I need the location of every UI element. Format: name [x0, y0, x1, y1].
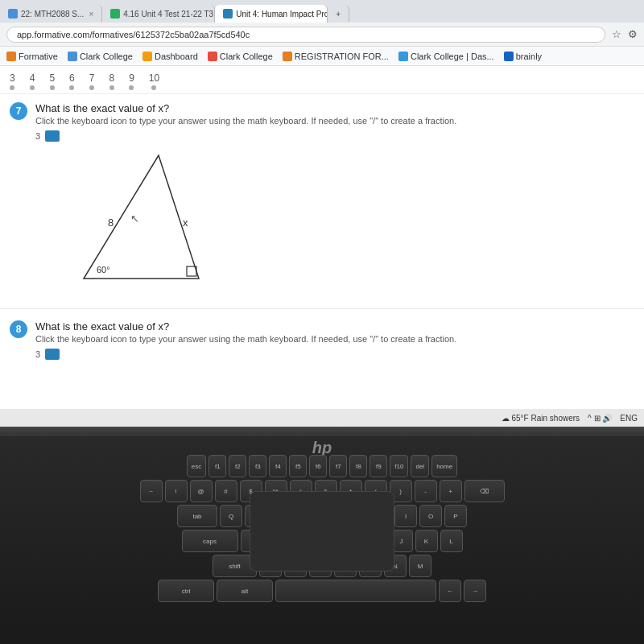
divider-q7-q8 — [0, 308, 644, 309]
question-8-block: 8 What is the exact value of x? Click th… — [0, 312, 644, 369]
question-numbers-row: 3 4 5 6 7 8 9 — [0, 66, 644, 94]
tab-unit4-human[interactable]: Unit 4: Human Impact Project Pa... × — [215, 5, 328, 23]
key-q[interactable]: Q — [220, 505, 242, 527]
q7-sublabel-row: 3 — [35, 130, 634, 142]
bookmark-formative[interactable]: Formative — [6, 52, 58, 61]
keyboard-row-bottom: ctrl alt ← → — [8, 580, 636, 602]
bookmarks-bar: Formative Clark College Dashboard Clark … — [0, 47, 644, 66]
laptop-hinge — [0, 427, 644, 436]
q-dot-10 — [151, 85, 156, 90]
bookmark-dashboard[interactable]: Dashboard — [142, 52, 198, 61]
weather-status: ☁ 65°F Rain showers — [502, 414, 580, 423]
extensions-icon[interactable]: ⚙ — [628, 28, 638, 40]
key-f5[interactable]: f5 — [289, 455, 307, 477]
side-label-x: x — [183, 217, 188, 229]
question-7-block: 7 What is the exact value of x? Click th… — [0, 94, 644, 305]
url-input[interactable]: app.formative.com/formatives/6125372c5ba… — [6, 27, 605, 43]
question-7-badge: 7 — [10, 102, 27, 120]
key-plus[interactable]: + — [440, 480, 462, 502]
language-indicator: ENG — [620, 414, 638, 423]
q-num-9: 9 — [129, 72, 134, 90]
q-num-8: 8 — [109, 72, 114, 90]
key-left[interactable]: ← — [439, 580, 461, 602]
key-f10[interactable]: f10 — [390, 455, 408, 477]
trackpad[interactable] — [250, 491, 394, 572]
key-home[interactable]: home — [431, 455, 457, 477]
question-8-title: What is the exact value of x? — [35, 320, 456, 332]
q-num-5: 5 — [49, 72, 55, 90]
system-tray-icons: ^ ⊞ 🔊 — [588, 414, 612, 423]
bookmark-registration[interactable]: REGISTRATION FOR... — [283, 52, 389, 61]
bookmark-clark2[interactable]: Clark College — [208, 52, 273, 61]
q-num-4: 4 — [30, 72, 35, 90]
bookmark-brainly[interactable]: brainly — [504, 52, 542, 61]
question-7-header: 7 What is the exact value of x? Click th… — [10, 102, 634, 126]
key-l[interactable]: L — [440, 530, 463, 552]
key-k[interactable]: K — [415, 530, 438, 552]
key-f2[interactable]: f2 — [229, 455, 246, 477]
tab-unit4test[interactable]: 4.16 Unit 4 Test 21-22 T3 × — [102, 5, 215, 23]
dashboard-icon — [142, 52, 152, 61]
tab-icon-2 — [110, 9, 120, 19]
key-minus[interactable]: - — [415, 480, 437, 502]
q-dot-8 — [109, 85, 114, 90]
key-p[interactable]: P — [444, 505, 467, 527]
browser-tabs: 22: MTH2088 S... × 4.16 Unit 4 Test 21-2… — [0, 0, 644, 23]
key-f8[interactable]: f8 — [349, 455, 367, 477]
key-o[interactable]: O — [419, 505, 442, 527]
key-caps[interactable]: caps — [182, 530, 238, 552]
bookmark-clark-das[interactable]: Clark College | Das... — [398, 52, 494, 61]
bookmark-star-icon[interactable]: ☆ — [612, 28, 621, 40]
key-f3[interactable]: f3 — [249, 455, 266, 477]
question-7-title: What is the exact value of x? — [35, 102, 456, 114]
tab-new[interactable]: + — [328, 5, 349, 23]
key-f4[interactable]: f4 — [269, 455, 287, 477]
key-2[interactable]: @ — [190, 480, 213, 502]
key-backspace[interactable]: ⌫ — [464, 480, 505, 502]
key-m[interactable]: M — [409, 555, 431, 577]
q-num-10: 10 — [149, 72, 159, 90]
q-dot-5 — [50, 85, 55, 90]
keyboard-icon-q7[interactable] — [45, 130, 60, 142]
laptop-screen: 22: MTH2088 S... × 4.16 Unit 4 Test 21-2… — [0, 0, 644, 427]
q8-sub-label: 3 — [35, 349, 40, 359]
q-dot-7 — [89, 85, 94, 90]
formative-icon — [6, 52, 16, 61]
question-8-header: 8 What is the exact value of x? Click th… — [10, 320, 634, 344]
triangle-shape — [84, 155, 199, 279]
key-right[interactable]: → — [464, 580, 486, 602]
key-space[interactable] — [275, 580, 436, 602]
key-f1[interactable]: f1 — [208, 455, 226, 477]
side-label-8: 8 — [108, 217, 114, 229]
key-f7[interactable]: f7 — [329, 455, 347, 477]
brainly-icon — [504, 52, 514, 61]
bookmark-clark1[interactable]: Clark College — [68, 52, 133, 61]
clark-icon-1 — [68, 52, 77, 61]
key-i[interactable]: I — [394, 505, 417, 527]
key-1[interactable]: ! — [165, 480, 188, 502]
reg-icon — [283, 52, 292, 61]
triangle-diagram: 8 x 60° ↖ — [42, 146, 219, 299]
question-8-instruction: Click the keyboard icon to type your ans… — [35, 334, 456, 344]
q8-sublabel-row: 3 — [35, 349, 634, 360]
status-bar: ☁ 65°F Rain showers ^ ⊞ 🔊 ENG — [0, 409, 644, 427]
key-alt[interactable]: alt — [217, 580, 273, 602]
question-7-text-area: What is the exact value of x? Click the … — [35, 102, 456, 126]
clark-das-icon — [398, 52, 408, 61]
clark-icon-2 — [208, 52, 217, 61]
key-ctrl[interactable]: ctrl — [158, 580, 214, 602]
tab-close-1[interactable]: × — [89, 10, 93, 19]
key-esc[interactable]: esc — [187, 455, 206, 477]
key-del[interactable]: del — [411, 455, 429, 477]
key-tab[interactable]: tab — [177, 505, 217, 527]
laptop-body: hp esc f1 f2 f3 f4 f5 f6 f7 f8 f9 f10 de… — [0, 427, 644, 644]
key-f9[interactable]: f9 — [369, 455, 387, 477]
key-f6[interactable]: f6 — [309, 455, 327, 477]
q7-sub-label: 3 — [35, 131, 40, 141]
tab-mth2088[interactable]: 22: MTH2088 S... × — [0, 5, 102, 23]
key-backtick[interactable]: ~ — [140, 480, 163, 502]
key-3[interactable]: # — [215, 480, 237, 502]
keyboard-row-fn: esc f1 f2 f3 f4 f5 f6 f7 f8 f9 f10 del h… — [8, 455, 636, 477]
q-num-7: 7 — [89, 72, 95, 90]
keyboard-icon-q8[interactable] — [45, 349, 60, 360]
